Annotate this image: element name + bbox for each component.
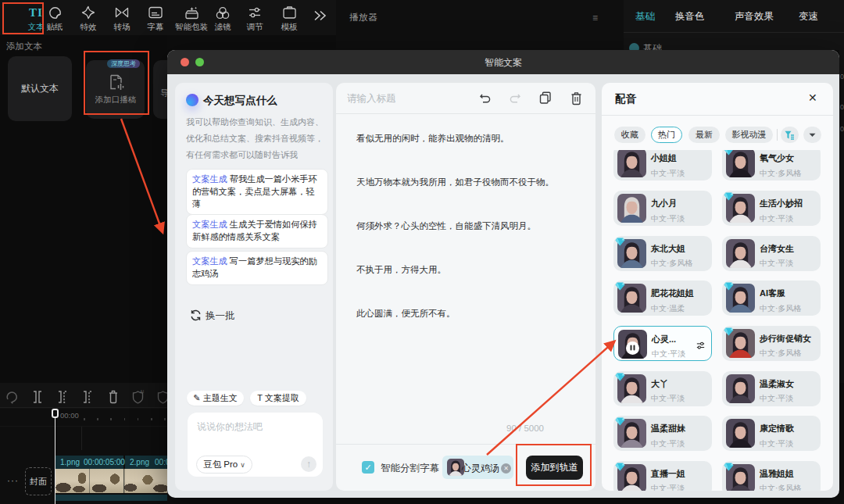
svg-text:AI: AI (140, 389, 145, 394)
